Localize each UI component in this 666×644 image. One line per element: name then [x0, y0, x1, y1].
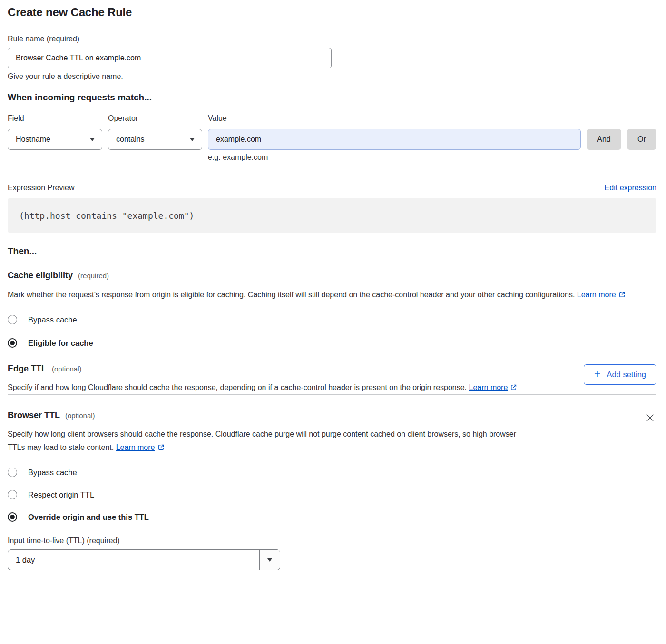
browser-ttl-description-text: Specify how long client browsers should …: [8, 430, 516, 451]
browser-ttl-title: Browser TTL: [8, 410, 60, 420]
edge-ttl-title: Edge TTL: [8, 364, 47, 374]
value-input[interactable]: [208, 129, 581, 150]
ttl-input-label: Input time-to-live (TTL) (required): [8, 537, 656, 545]
radio-label: Respect origin TTL: [28, 490, 94, 499]
operator-select-value: contains: [116, 135, 145, 144]
chevron-down-icon: [190, 138, 195, 141]
rule-name-help: Give your rule a descriptive name.: [8, 72, 656, 81]
expression-preview-header: Expression Preview Edit expression: [8, 184, 656, 192]
or-button[interactable]: Or: [627, 129, 656, 150]
browser-ttl-section: Browser TTL (optional) Specify how long …: [8, 410, 656, 454]
field-select[interactable]: Hostname: [8, 129, 102, 150]
edge-ttl-content: Edge TTL (optional) Specify if and how l…: [8, 364, 517, 394]
external-link-icon: [618, 291, 626, 298]
edge-ttl-description: Specify if and how long Cloudflare shoul…: [8, 381, 517, 394]
radio-label: Eligible for cache: [28, 339, 93, 348]
cache-eligibility-description: Mark whether the request’s response from…: [8, 288, 644, 302]
cache-eligibility-qualifier: (required): [78, 272, 109, 280]
radio-label: Bypass cache: [28, 468, 77, 477]
add-setting-button[interactable]: + Add setting: [584, 364, 656, 385]
chevron-down-icon: [90, 138, 95, 141]
browser-ttl-learn-more-link[interactable]: Learn more: [116, 443, 165, 451]
cache-eligibility-learn-more-link[interactable]: Learn more: [577, 291, 626, 299]
radio-override-origin-ttl[interactable]: Override origin and use this TTL: [8, 512, 656, 522]
remove-browser-ttl-button[interactable]: [644, 411, 656, 424]
plus-icon: +: [594, 369, 600, 380]
operator-select[interactable]: contains: [108, 129, 202, 150]
edge-ttl-qualifier: (optional): [52, 365, 82, 373]
radio-label: Override origin and use this TTL: [28, 513, 149, 522]
cache-eligibility-header: Cache eligibility (required): [8, 271, 656, 281]
radio-eligible-for-cache[interactable]: Eligible for cache: [8, 338, 656, 348]
radio-icon: [8, 315, 17, 324]
value-example-help: e.g. example.com: [208, 153, 581, 162]
browser-ttl-header: Browser TTL (optional): [8, 410, 526, 420]
divider: [8, 394, 656, 395]
external-link-icon: [510, 384, 517, 391]
chevron-down-icon: [267, 558, 272, 562]
field-select-value: Hostname: [16, 135, 50, 144]
and-button[interactable]: And: [587, 129, 621, 150]
ttl-select-value: 1 day: [8, 550, 259, 570]
radio-browser-bypass-cache[interactable]: Bypass cache: [8, 468, 656, 477]
divider: [8, 81, 656, 81]
expression-preview-code: (http.host contains "example.com"): [8, 198, 656, 233]
value-label: Value: [208, 114, 581, 123]
browser-ttl-description: Specify how long client browsers should …: [8, 428, 526, 454]
external-link-icon: [157, 444, 165, 451]
browser-ttl-qualifier: (optional): [65, 411, 95, 420]
value-field-group: e.g. example.com: [208, 129, 581, 162]
radio-icon: [8, 490, 17, 499]
rule-name-label: Rule name (required): [8, 35, 656, 43]
edge-ttl-section: Edge TTL (optional) Specify if and how l…: [8, 364, 656, 394]
edge-ttl-learn-more-link[interactable]: Learn more: [469, 383, 518, 391]
radio-selected-icon: [8, 338, 17, 348]
expression-preview-label: Expression Preview: [8, 184, 75, 192]
divider: [8, 348, 656, 348]
expression-code-text: (http.host contains "example.com"): [19, 211, 194, 221]
match-section-heading: When incoming requests match...: [8, 92, 656, 103]
page-title: Create new Cache Rule: [8, 6, 656, 19]
field-label: Field: [8, 114, 102, 123]
radio-respect-origin-ttl[interactable]: Respect origin TTL: [8, 490, 656, 499]
browser-ttl-content: Browser TTL (optional) Specify how long …: [8, 410, 526, 454]
operator-label: Operator: [108, 114, 202, 123]
cache-eligibility-title: Cache eligibility: [8, 271, 73, 281]
radio-bypass-cache[interactable]: Bypass cache: [8, 315, 656, 324]
rule-name-input[interactable]: [8, 48, 332, 68]
radio-icon: [8, 468, 17, 477]
edge-ttl-description-text: Specify if and how long Cloudflare shoul…: [8, 383, 467, 391]
edit-expression-link[interactable]: Edit expression: [605, 184, 656, 192]
then-heading: Then...: [8, 246, 656, 256]
create-cache-rule-form: Create new Cache Rule Rule name (require…: [0, 0, 666, 570]
add-setting-label: Add setting: [607, 370, 646, 379]
cache-eligibility-description-text: Mark whether the request’s response from…: [8, 291, 575, 299]
edge-ttl-header: Edge TTL (optional): [8, 364, 517, 374]
radio-label: Bypass cache: [28, 315, 77, 324]
browser-ttl-options: Bypass cache Respect origin TTL Override…: [8, 468, 656, 522]
cache-eligibility-options: Bypass cache Eligible for cache: [8, 315, 656, 348]
close-icon: [646, 413, 655, 422]
radio-selected-icon: [8, 512, 17, 522]
match-condition-row: Field Operator Value Hostname contains e…: [8, 114, 656, 162]
ttl-select[interactable]: 1 day: [8, 549, 280, 570]
ttl-select-arrow-button[interactable]: [259, 550, 280, 570]
